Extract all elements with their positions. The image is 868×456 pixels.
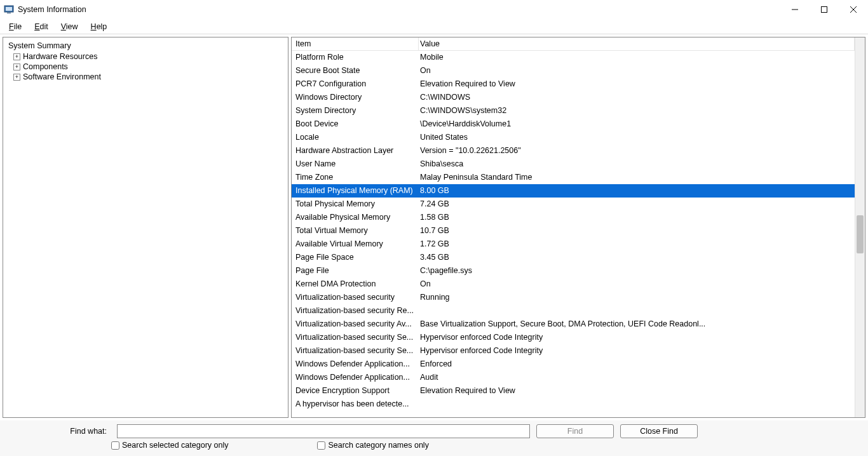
details-row[interactable]: Boot Device\Device\HarddiskVolume1 xyxy=(292,117,855,131)
menu-view[interactable]: View xyxy=(55,21,85,32)
menu-help[interactable]: Help xyxy=(85,21,114,32)
row-item: Page File xyxy=(292,264,419,278)
row-value: Enforced xyxy=(419,358,855,371)
scrollbar-vertical[interactable] xyxy=(855,37,865,417)
column-value[interactable]: Value xyxy=(419,37,855,50)
find-what-input[interactable] xyxy=(117,424,530,438)
svg-rect-1 xyxy=(6,7,12,11)
details-row[interactable]: Virtualization-based securityRunning xyxy=(292,291,855,304)
details-row[interactable]: Installed Physical Memory (RAM)8.00 GB xyxy=(292,184,855,198)
row-item: Locale xyxy=(292,131,419,144)
details-row[interactable]: LocaleUnited States xyxy=(292,131,855,144)
row-value: Malay Peninsula Standard Time xyxy=(419,171,855,184)
tree-item-label: Software Environment xyxy=(23,72,101,81)
tree-item[interactable]: +Hardware Resources xyxy=(6,51,285,62)
details-row[interactable]: User NameShiba\sesca xyxy=(292,158,855,171)
find-bar: Find what: Find Close Find Search select… xyxy=(0,420,868,456)
details-row[interactable]: PCR7 ConfigurationElevation Required to … xyxy=(292,77,855,91)
menu-edit[interactable]: Edit xyxy=(28,21,55,32)
details-row[interactable]: Kernel DMA ProtectionOn xyxy=(292,278,855,291)
expand-icon[interactable]: + xyxy=(13,64,20,70)
details-row[interactable]: A hypervisor has been detecte... xyxy=(292,398,855,411)
details-row[interactable]: Platform RoleMobile xyxy=(292,51,855,64)
row-value: Elevation Required to View xyxy=(419,384,855,398)
details-list[interactable]: Item Value Platform RoleMobileSecure Boo… xyxy=(291,37,865,418)
details-row[interactable]: Windows Defender Application...Enforced xyxy=(292,358,855,371)
details-row[interactable]: Time ZoneMalay Peninsula Standard Time xyxy=(292,171,855,184)
row-item: Secure Boot State xyxy=(292,64,419,77)
tree-item-label: Components xyxy=(23,62,68,71)
details-row[interactable]: Page File Space3.45 GB xyxy=(292,251,855,264)
search-category-names-checkbox[interactable]: Search category names only xyxy=(317,441,428,450)
row-item: Windows Defender Application... xyxy=(292,358,419,371)
row-item: System Directory xyxy=(292,104,419,117)
row-value: On xyxy=(419,278,855,291)
row-value: C:\WINDOWS xyxy=(419,91,855,104)
details-row[interactable]: Hardware Abstraction LayerVersion = "10.… xyxy=(292,144,855,158)
close-find-button[interactable]: Close Find xyxy=(620,424,698,438)
row-value: Mobile xyxy=(419,51,855,64)
svg-rect-4 xyxy=(822,7,827,13)
row-item: Time Zone xyxy=(292,171,419,184)
svg-rect-2 xyxy=(7,13,11,13)
row-value: 8.00 GB xyxy=(419,184,855,198)
details-header[interactable]: Item Value xyxy=(292,37,855,51)
details-row[interactable]: Page FileC:\pagefile.sys xyxy=(292,264,855,278)
expand-icon[interactable]: + xyxy=(13,74,20,81)
details-row[interactable]: System DirectoryC:\WINDOWS\system32 xyxy=(292,104,855,117)
row-item: Available Virtual Memory xyxy=(292,238,419,251)
details-row[interactable]: Virtualization-based security Se...Hyper… xyxy=(292,344,855,358)
find-what-label: Find what: xyxy=(50,427,107,436)
find-button[interactable]: Find xyxy=(536,424,614,438)
details-row[interactable]: Virtualization-based security Se...Hyper… xyxy=(292,331,855,344)
column-item[interactable]: Item xyxy=(292,37,419,50)
row-item: Hardware Abstraction Layer xyxy=(292,144,419,158)
row-item: Windows Directory xyxy=(292,91,419,104)
row-value: On xyxy=(419,64,855,77)
row-value: Hypervisor enforced Code Integrity xyxy=(419,331,855,344)
tree-root-system-summary[interactable]: System Summary xyxy=(6,40,285,51)
row-value: Shiba\sesca xyxy=(419,158,855,171)
tree-item-label: Hardware Resources xyxy=(23,52,97,61)
details-row[interactable]: Windows Defender Application...Audit xyxy=(292,371,855,384)
category-tree[interactable]: System Summary +Hardware Resources+Compo… xyxy=(3,37,288,418)
details-row[interactable]: Windows DirectoryC:\WINDOWS xyxy=(292,91,855,104)
row-value: C:\WINDOWS\system32 xyxy=(419,104,855,117)
row-value: Base Virtualization Support, Secure Boot… xyxy=(419,318,855,331)
details-row[interactable]: Secure Boot StateOn xyxy=(292,64,855,77)
search-selected-category-checkbox[interactable]: Search selected category only xyxy=(111,441,228,450)
row-item: Virtualization-based security Av... xyxy=(292,318,419,331)
row-item: Kernel DMA Protection xyxy=(292,278,419,291)
row-value xyxy=(419,304,855,318)
details-row[interactable]: Available Physical Memory1.58 GB xyxy=(292,211,855,224)
close-button[interactable] xyxy=(839,0,868,19)
row-value: \Device\HarddiskVolume1 xyxy=(419,117,855,131)
row-item: User Name xyxy=(292,158,419,171)
menu-file[interactable]: File xyxy=(3,21,28,32)
row-item: Virtualization-based security Se... xyxy=(292,344,419,358)
row-item: Total Physical Memory xyxy=(292,198,419,211)
titlebar: System Information xyxy=(0,0,868,19)
row-value: Elevation Required to View xyxy=(419,77,855,91)
row-item: Platform Role xyxy=(292,51,419,64)
row-item: A hypervisor has been detecte... xyxy=(292,398,419,411)
scrollbar-thumb[interactable] xyxy=(857,215,864,253)
tree-item[interactable]: +Components xyxy=(6,62,285,72)
details-row[interactable]: Device Encryption SupportElevation Requi… xyxy=(292,384,855,398)
row-value: Running xyxy=(419,291,855,304)
row-value: Version = "10.0.22621.2506" xyxy=(419,144,855,158)
details-row[interactable]: Virtualization-based security Re... xyxy=(292,304,855,318)
row-value: United States xyxy=(419,131,855,144)
row-item: Virtualization-based security Se... xyxy=(292,331,419,344)
minimize-button[interactable] xyxy=(780,0,810,19)
tree-item[interactable]: +Software Environment xyxy=(6,72,285,82)
maximize-button[interactable] xyxy=(810,0,839,19)
row-value: Audit xyxy=(419,371,855,384)
row-item: PCR7 Configuration xyxy=(292,77,419,91)
details-row[interactable]: Total Physical Memory7.24 GB xyxy=(292,198,855,211)
details-row[interactable]: Virtualization-based security Av...Base … xyxy=(292,318,855,331)
details-row[interactable]: Total Virtual Memory10.7 GB xyxy=(292,224,855,238)
row-item: Virtualization-based security Re... xyxy=(292,304,419,318)
expand-icon[interactable]: + xyxy=(13,53,20,60)
details-row[interactable]: Available Virtual Memory1.72 GB xyxy=(292,238,855,251)
